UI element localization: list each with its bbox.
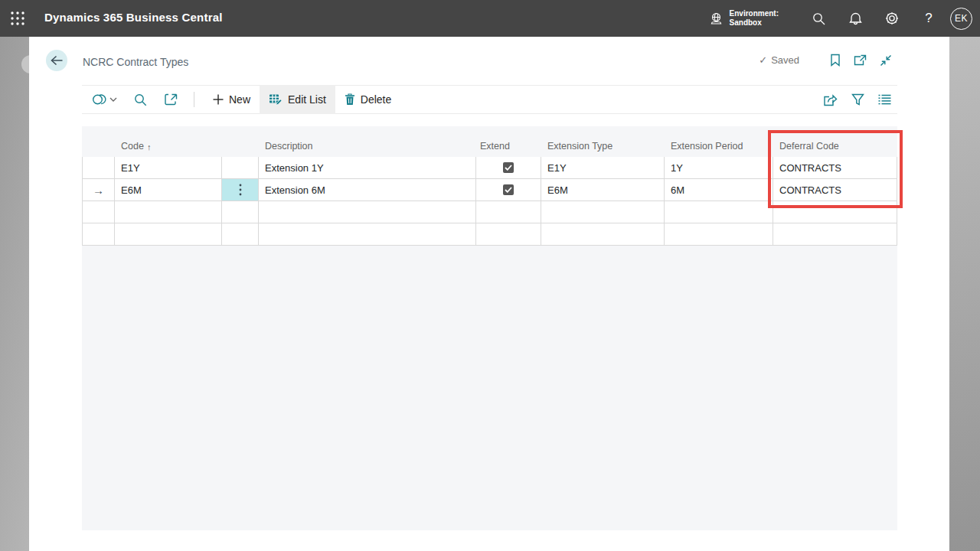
code-cell[interactable] <box>115 223 222 246</box>
header-description[interactable]: Description <box>259 141 476 157</box>
chevron-down-icon <box>109 97 117 102</box>
views-selector[interactable] <box>92 93 117 106</box>
deferral-code-cell[interactable]: CONTRACTS <box>773 179 897 201</box>
description-cell[interactable] <box>259 223 476 246</box>
action-bar: New Edit List <box>82 85 897 114</box>
description-cell[interactable]: Extension 1Y <box>259 157 476 179</box>
new-button[interactable]: New <box>204 85 260 114</box>
help-glyph: ? <box>925 11 932 26</box>
header-extension-type[interactable]: Extension Type <box>541 141 665 157</box>
toolbar-divider <box>194 92 194 107</box>
extension-type-cell[interactable]: E1Y <box>541 157 665 179</box>
row-menu-cell[interactable] <box>222 201 259 223</box>
row-select-cell[interactable] <box>82 201 115 223</box>
notifications-bell-icon[interactable] <box>837 0 874 37</box>
delete-button[interactable]: Delete <box>335 85 400 114</box>
environment-label: Environment: <box>730 9 779 18</box>
open-in-new-window-icon[interactable] <box>854 54 867 66</box>
edit-list-button[interactable]: Edit List <box>260 85 335 114</box>
row-select-cell[interactable]: → <box>82 179 115 201</box>
list-panel: Code ↑ Description Extend Extension Type… <box>82 126 897 530</box>
extension-type-cell[interactable]: E6M <box>541 179 665 201</box>
extend-cell[interactable] <box>476 157 541 179</box>
collapse-page-icon[interactable] <box>880 54 892 67</box>
extension-type-cell[interactable] <box>541 201 665 223</box>
search-list-icon[interactable] <box>134 93 147 106</box>
extension-period-cell[interactable] <box>665 201 773 223</box>
code-cell[interactable]: E1Y <box>115 157 222 179</box>
edit-list-icon <box>269 93 283 106</box>
save-status: ✓ Saved <box>759 54 799 66</box>
environment-name: Sandbox <box>730 18 779 28</box>
code-cell[interactable] <box>115 201 222 223</box>
extend-cell[interactable] <box>476 223 541 246</box>
table-header-row: Code ↑ Description Extend Extension Type… <box>82 126 897 157</box>
views-icon <box>92 93 107 106</box>
current-row-arrow-icon: → <box>93 184 104 197</box>
app-title: Dynamics 365 Business Central <box>44 11 223 24</box>
dimmed-background-right <box>949 37 980 551</box>
header-select-column <box>82 152 115 157</box>
deferral-code-cell[interactable] <box>773 223 897 246</box>
code-cell[interactable]: E6M <box>115 179 222 201</box>
list-options-icon[interactable] <box>878 94 891 105</box>
plus-icon <box>213 94 224 105</box>
row-select-cell[interactable] <box>82 223 115 246</box>
edit-list-button-label: Edit List <box>288 93 326 106</box>
extension-type-cell[interactable] <box>541 223 665 246</box>
table-row: E1Y Extension 1Y E1Y 1Y CONTRACTS <box>82 157 897 179</box>
bookmark-icon[interactable] <box>830 54 841 67</box>
header-extension-period[interactable]: Extension Period <box>665 141 773 157</box>
extension-period-cell[interactable] <box>665 223 773 246</box>
sort-ascending-icon: ↑ <box>147 142 152 152</box>
search-icon[interactable] <box>800 0 837 37</box>
trash-icon <box>345 93 355 106</box>
row-menu-cell[interactable] <box>222 223 259 246</box>
row-menu-cell[interactable] <box>222 157 259 179</box>
description-cell[interactable] <box>259 201 476 223</box>
share-icon[interactable] <box>823 93 838 106</box>
focus-mode-icon[interactable] <box>164 93 178 106</box>
filter-icon[interactable] <box>851 93 864 106</box>
row-menu-cell-active[interactable] <box>222 179 259 201</box>
checkbox-checked-icon[interactable] <box>503 162 514 173</box>
table-row-current: → E6M Extension 6M <box>82 179 897 201</box>
deferral-code-cell[interactable]: CONTRACTS <box>773 157 897 179</box>
help-icon[interactable]: ? <box>910 0 947 37</box>
table-row-empty <box>82 223 897 246</box>
ncrc-contract-types-page: NCRC Contract Types ✓ Saved <box>29 37 949 551</box>
new-button-label: New <box>229 93 250 106</box>
delete-button-label: Delete <box>361 93 391 106</box>
top-navigation-bar: Dynamics 365 Business Central Environmen… <box>0 0 980 37</box>
deferral-code-cell[interactable] <box>773 201 897 223</box>
page-title: NCRC Contract Types <box>83 56 188 68</box>
row-menu-dots-icon <box>239 184 242 196</box>
extend-cell[interactable] <box>476 179 541 201</box>
header-code[interactable]: Code ↑ <box>115 141 222 157</box>
app-launcher-icon[interactable] <box>10 11 25 26</box>
page-header-actions: ✓ Saved <box>759 54 892 67</box>
environment-text: Environment: Sandbox <box>730 9 779 28</box>
table-row-empty <box>82 201 897 223</box>
page-stage: NCRC Contract Types ✓ Saved <box>0 37 980 551</box>
header-extend[interactable]: Extend <box>476 141 541 157</box>
checkbox-checked-icon[interactable] <box>503 184 514 195</box>
saved-label: Saved <box>771 54 799 66</box>
environment-globe-icon <box>709 11 724 26</box>
header-deferral-code[interactable]: Deferral Code <box>773 141 897 157</box>
user-avatar[interactable]: EK <box>950 8 972 30</box>
dimmed-background-left <box>0 37 29 551</box>
action-bar-right <box>809 93 897 106</box>
header-row-menu-column <box>222 152 259 157</box>
extension-period-cell[interactable]: 1Y <box>665 157 773 179</box>
saved-check-icon: ✓ <box>759 54 767 66</box>
topbar-right-cluster: Environment: Sandbox ? EK <box>709 0 980 37</box>
row-select-cell[interactable] <box>82 157 115 179</box>
back-button[interactable] <box>46 50 67 71</box>
environment-selector[interactable]: Environment: Sandbox <box>709 9 779 28</box>
extension-period-cell[interactable]: 6M <box>665 179 773 201</box>
description-cell[interactable]: Extension 6M <box>259 179 476 201</box>
extend-cell[interactable] <box>476 201 541 223</box>
settings-gear-icon[interactable] <box>874 0 910 37</box>
